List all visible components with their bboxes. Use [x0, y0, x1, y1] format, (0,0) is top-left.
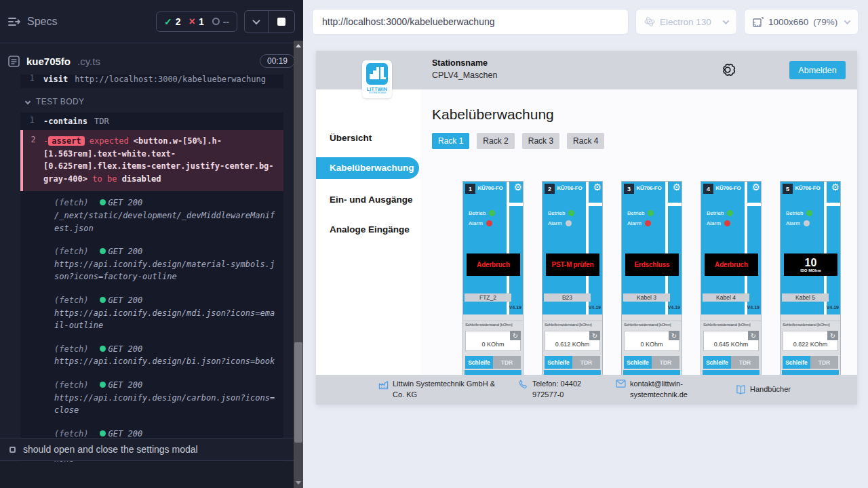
- settings-gear-icon[interactable]: [719, 61, 736, 79]
- schleife-button[interactable]: Schleife: [624, 356, 652, 369]
- fetch-log-row[interactable]: (fetch)GET 200 https://api.iconify.desig…: [20, 373, 283, 422]
- fetch-log-row[interactable]: (fetch)GET 200 https://api.iconify.desig…: [20, 289, 283, 338]
- pending-test-row[interactable]: should open and close the settings modal: [0, 438, 294, 461]
- refresh-icon[interactable]: ↻: [748, 331, 759, 340]
- footer-email[interactable]: kontakt@littwin-systemtechnik.de: [616, 379, 724, 401]
- alarm-led-icon: [486, 220, 492, 226]
- success-dot-icon: [100, 297, 106, 303]
- device-card-5: 5 KÜ706-FO ⚙ Betrieb Alarm 10ISO MOhm Ka…: [780, 181, 841, 375]
- collapse-all-button[interactable]: [245, 11, 268, 33]
- refresh-icon[interactable]: ↻: [589, 331, 600, 340]
- resistance-value-box: ↻0.612 KOhm: [545, 331, 600, 351]
- stop-run-button[interactable]: [268, 11, 294, 33]
- success-dot-icon: [100, 346, 106, 352]
- firmware-version: V4.19: [747, 305, 760, 310]
- alarm-indicator: Alarm: [469, 220, 492, 226]
- betrieb-led-icon: [806, 210, 812, 216]
- test-stats[interactable]: ✓2 ×1 --: [156, 12, 237, 32]
- scroll-down-button[interactable]: [294, 478, 303, 488]
- browser-selector[interactable]: Electron 130: [635, 9, 737, 35]
- chevron-down-icon: [844, 18, 851, 24]
- cypress-reporter-panel: Specs ✓2 ×1 -- kue705fo.cy.ts 00:19 1 vi…: [0, 0, 303, 488]
- station-name: CPLV4_Maschen: [432, 70, 497, 80]
- tab-rack-1[interactable]: Rack 1: [432, 133, 469, 149]
- assert-chip: assert: [48, 136, 84, 146]
- card-settings-gear-icon[interactable]: ⚙: [831, 182, 840, 192]
- card-divider: [747, 203, 761, 206]
- command-row-contains[interactable]: 1 -containsTDR: [20, 113, 283, 130]
- sidebar-item-ein-und-ausgaenge[interactable]: Ein- und Ausgänge: [316, 195, 421, 205]
- schleife-button[interactable]: Schleife: [703, 356, 731, 369]
- device-model: KÜ706-FO: [475, 185, 506, 191]
- device-card-2: 2 KÜ706-FO ⚙ Betrieb Alarm PST-M prüfen …: [542, 181, 603, 375]
- refresh-icon[interactable]: ↻: [510, 331, 521, 340]
- success-dot-icon: [100, 199, 106, 205]
- tdr-button[interactable]: TDR: [493, 356, 521, 369]
- card-settings-gear-icon[interactable]: ⚙: [593, 182, 601, 192]
- resistance-value: 0.645 KOhm: [704, 341, 758, 348]
- card-settings-gear-icon[interactable]: ⚙: [751, 182, 760, 192]
- sidebar-nav: Übersicht Kabelüberwachung Ein- und Ausg…: [316, 89, 421, 375]
- zoom-percentage: (79%): [813, 17, 837, 27]
- schleife-button[interactable]: Schleife: [465, 356, 493, 369]
- card-footer-strip: [544, 370, 601, 375]
- status-display: Aderbruch: [467, 253, 520, 276]
- fetch-log-row[interactable]: (fetch)GET 200 /_next/static/development…: [20, 191, 283, 240]
- chevron-down-icon: [723, 18, 730, 24]
- status-display: 10ISO MOhm: [784, 253, 837, 276]
- tab-rack-4[interactable]: Rack 4: [567, 133, 604, 149]
- success-dot-icon: [100, 248, 106, 254]
- tdr-button[interactable]: TDR: [572, 356, 600, 369]
- betrieb-indicator: Betrieb: [627, 210, 654, 216]
- tdr-button[interactable]: TDR: [652, 356, 679, 369]
- command-row-visit[interactable]: 1 visithttp://localhost:3000/kabelueberw…: [20, 75, 283, 88]
- test-body-block: 1 -containsTDR 2 -assert expected <butto…: [20, 113, 283, 470]
- viewport-selector[interactable]: 1000x660 (79%): [744, 9, 859, 35]
- tdr-button[interactable]: TDR: [810, 356, 838, 369]
- fetch-log-row[interactable]: (fetch)GET 200 https://api.iconify.desig…: [20, 338, 283, 373]
- device-model: KÜ706-FO: [713, 185, 744, 191]
- resistance-value-box: ↻0 KOhm: [465, 331, 521, 351]
- failed-assert-row[interactable]: 2 -assert expected <button.w-[50%].h-[1.…: [20, 130, 283, 191]
- resistance-panel: Schleifenwiderstand [kOhm] ↻0.645 KOhm S…: [701, 314, 761, 375]
- fetch-log-row[interactable]: (fetch)GET 200 https://api.iconify.desig…: [20, 240, 283, 289]
- schleife-button[interactable]: Schleife: [783, 356, 810, 369]
- command-arg: TDR: [94, 117, 109, 126]
- betrieb-led-icon: [489, 210, 495, 216]
- refresh-icon[interactable]: ↻: [827, 331, 838, 340]
- viewport-size-icon: [753, 17, 764, 27]
- factory-icon: [378, 380, 389, 390]
- tdr-button[interactable]: TDR: [731, 356, 759, 369]
- scrollbar-thumb[interactable]: [294, 342, 302, 443]
- status-display: Aderbruch: [705, 253, 758, 276]
- refresh-icon[interactable]: ↻: [669, 331, 679, 340]
- phone-icon: [519, 380, 528, 389]
- status-display: PST-M prüfen: [546, 253, 599, 276]
- sidebar-item-kabelueberwachung[interactable]: Kabelüberwachung: [316, 157, 419, 179]
- x-icon: ×: [189, 16, 195, 27]
- email-icon: [616, 380, 626, 388]
- reporter-scrollbar[interactable]: [294, 41, 303, 488]
- url-address-bar[interactable]: http://localhost:3000/kabelueberwachung: [312, 9, 629, 35]
- card-settings-gear-icon[interactable]: ⚙: [513, 182, 522, 192]
- spec-file-header[interactable]: kue705fo.cy.ts 00:19: [0, 43, 303, 75]
- stat-failed: ×1: [189, 16, 204, 27]
- logout-button[interactable]: Abmelden: [789, 61, 846, 79]
- test-body-section-toggle[interactable]: TEST BODY: [20, 88, 283, 113]
- betrieb-indicator: Betrieb: [469, 210, 495, 216]
- tab-rack-2[interactable]: Rack 2: [477, 133, 514, 149]
- slot-number: 4: [703, 184, 713, 194]
- sidebar-item-analoge-eingaenge[interactable]: Analoge Eingänge: [316, 224, 421, 235]
- device-card-3: 3 KÜ706-FO ⚙ Betrieb Alarm Erdschluss Ka…: [621, 181, 682, 375]
- card-settings-gear-icon[interactable]: ⚙: [672, 182, 681, 192]
- firmware-version: V4.19: [509, 305, 521, 310]
- schleife-button[interactable]: Schleife: [545, 356, 572, 369]
- chevron-down-icon: [252, 16, 260, 24]
- resistance-value: 0 KOhm: [625, 341, 679, 348]
- footer-manuals-link[interactable]: Handbücher: [736, 384, 791, 395]
- firmware-version: V4.19: [589, 305, 601, 310]
- specs-list-toggle[interactable]: Specs: [8, 16, 57, 28]
- tab-rack-3[interactable]: Rack 3: [522, 133, 559, 149]
- scroll-up-button[interactable]: [294, 41, 303, 51]
- sidebar-item-uebersicht[interactable]: Übersicht: [316, 133, 421, 143]
